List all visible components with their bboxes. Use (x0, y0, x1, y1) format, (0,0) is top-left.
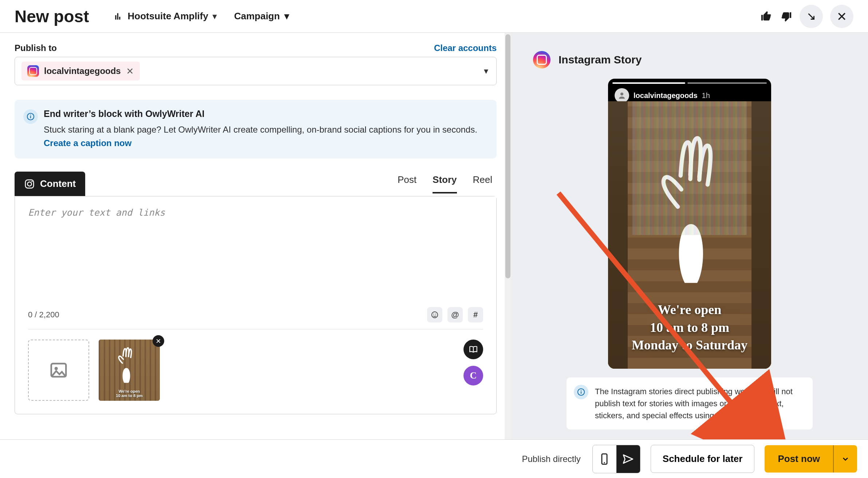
hand-illustration-icon (656, 133, 726, 301)
emoji-icon (431, 311, 439, 319)
scrollbar-thumb[interactable] (505, 34, 510, 278)
banner-heading: End writer’s block with OwlyWriter AI (44, 109, 486, 119)
svg-rect-14 (581, 390, 581, 391)
campaign-dropdown[interactable]: Campaign ▾ (234, 11, 289, 22)
svg-point-11 (620, 93, 623, 95)
mobile-icon (598, 453, 611, 465)
amplify-icon (114, 12, 123, 21)
close-icon (836, 11, 847, 22)
amplify-dropdown[interactable]: Hootsuite Amplify ▾ (107, 7, 223, 26)
account-name: localvintagegoods (44, 66, 121, 76)
amplify-label: Hootsuite Amplify (127, 11, 208, 22)
content-label: Content (40, 178, 76, 189)
book-icon (469, 345, 478, 354)
account-chip: localvintagegoods (21, 62, 140, 81)
svg-point-7 (433, 314, 434, 314)
story-progress-bars (612, 82, 767, 84)
image-icon (49, 360, 68, 380)
preview-note: The Instagram stories direct publishing … (567, 377, 813, 430)
publish-mode-toggle (592, 445, 640, 473)
mobile-notify-option[interactable] (593, 445, 616, 473)
svg-point-5 (31, 181, 32, 182)
publish-directly-label: Publish directly (522, 454, 580, 464)
banner-body: Stuck staring at a blank page? Let OwlyW… (44, 123, 486, 150)
char-counter: 0 / 2,200 (28, 310, 59, 320)
svg-point-8 (435, 314, 436, 314)
chevron-down-icon (841, 455, 850, 463)
svg-point-4 (27, 182, 31, 186)
owlywriter-banner: End writer’s block with OwlyWriter AI St… (15, 100, 497, 158)
chevron-down-icon: ▾ (213, 12, 217, 21)
accounts-select[interactable]: localvintagegoods ▾ (15, 57, 497, 85)
clear-accounts-link[interactable]: Clear accounts (434, 43, 497, 53)
svg-rect-2 (30, 115, 31, 115)
create-caption-link[interactable]: Create a caption now (44, 138, 131, 148)
tab-post[interactable]: Post (398, 174, 417, 193)
send-icon (622, 453, 634, 465)
campaign-label: Campaign (234, 11, 280, 22)
content-tab[interactable]: Content (15, 172, 85, 196)
minimize-arrow-icon (806, 11, 817, 22)
post-now-dropdown[interactable] (833, 445, 857, 473)
preview-username: localvintagegoods (634, 91, 698, 100)
close-button[interactable] (830, 5, 853, 28)
chevron-down-icon: ▾ (484, 66, 488, 76)
preview-note-text: The Instagram stories direct publishing … (595, 387, 793, 420)
post-now-button[interactable]: Post now (765, 445, 833, 473)
remove-media-button[interactable] (153, 335, 164, 347)
remove-account-icon[interactable] (126, 67, 134, 75)
preview-time: 1h (702, 91, 710, 100)
info-icon (574, 385, 588, 399)
svg-rect-13 (581, 391, 581, 393)
preview-line3: Monday to Saturday (632, 336, 747, 354)
preview-line1: We're open (632, 301, 747, 319)
avatar-icon (615, 88, 629, 103)
svg-rect-1 (30, 116, 31, 118)
editor-box: 0 / 2,200 @ # (15, 196, 497, 414)
thumb-caption: We're open 10 am to 8 pm (116, 389, 142, 401)
hand-illustration-icon (115, 346, 137, 386)
tab-story[interactable]: Story (433, 174, 457, 193)
thumbs-up-icon[interactable] (760, 10, 773, 23)
thumbs-down-icon[interactable] (780, 10, 792, 23)
direct-publish-option[interactable] (616, 445, 640, 473)
info-icon (23, 109, 38, 124)
svg-point-17 (604, 462, 605, 463)
emoji-button[interactable] (427, 307, 442, 322)
media-thumbnail[interactable]: We're open 10 am to 8 pm (99, 340, 160, 401)
instagram-icon (27, 65, 39, 77)
caption-input[interactable] (15, 196, 496, 302)
scrollbar-track[interactable] (505, 33, 511, 439)
story-preview: localvintagegoods 1h We're open 10 am to… (608, 79, 771, 369)
preview-line2: 10 am to 8 pm (632, 319, 747, 337)
hashtag-button[interactable]: # (468, 307, 483, 322)
mention-button[interactable]: @ (447, 307, 463, 322)
svg-point-6 (432, 312, 438, 318)
page-title: New post (15, 7, 89, 26)
canva-button[interactable]: C (463, 366, 483, 385)
chevron-down-icon: ▾ (284, 11, 289, 22)
add-media-button[interactable] (28, 340, 89, 401)
tab-reel[interactable]: Reel (473, 174, 492, 193)
preview-title: Instagram Story (559, 54, 642, 66)
schedule-button[interactable]: Schedule for later (651, 445, 755, 473)
publish-to-label: Publish to (15, 43, 57, 53)
media-library-button[interactable] (463, 340, 483, 359)
svg-point-10 (55, 367, 58, 370)
instagram-icon (533, 51, 551, 68)
instagram-outline-icon (24, 179, 35, 189)
minimize-button[interactable] (800, 5, 823, 28)
